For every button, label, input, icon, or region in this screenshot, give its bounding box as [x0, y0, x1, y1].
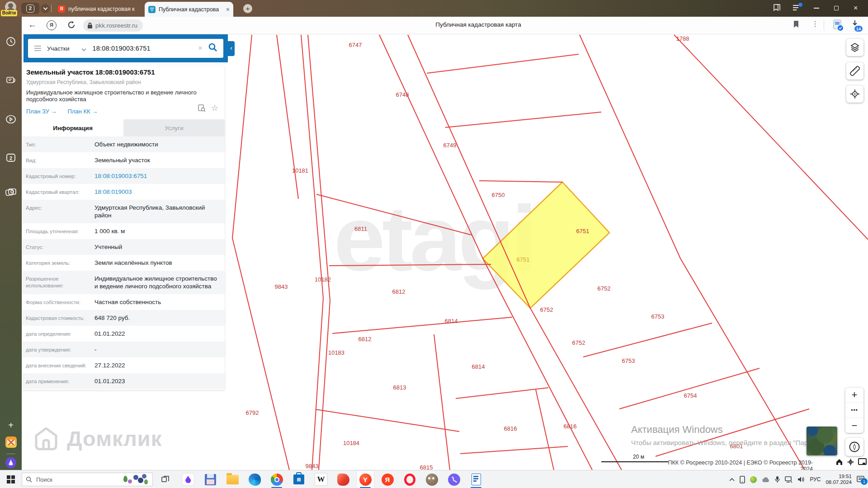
login-badge[interactable]: Войти [1, 10, 17, 16]
geolocation-button[interactable] [845, 438, 863, 456]
plan-zu-link[interactable]: План ЗУ → [26, 108, 57, 115]
search-icon[interactable] [208, 42, 218, 54]
alice-icon[interactable] [0, 457, 22, 468]
parcel-label[interactable]: 6752 [598, 285, 611, 292]
tab-close-icon[interactable]: × [226, 6, 230, 13]
parcel-label[interactable]: 6752 [540, 306, 553, 313]
fullscreen-icon[interactable] [858, 458, 867, 468]
app-yandex-browser[interactable]: Y [356, 470, 374, 488]
taskbar-clock[interactable]: 19:51 08.07.2024 [826, 474, 852, 485]
app-wikipedia[interactable]: W [312, 470, 330, 488]
parcel-label[interactable]: 9843 [306, 463, 319, 469]
app-floppy[interactable] [201, 470, 219, 488]
downloads-icon[interactable]: 14 [851, 19, 859, 29]
measure-button[interactable] [846, 62, 863, 80]
parcel-label[interactable]: 6814 [445, 318, 458, 324]
parcel-label[interactable]: 6816 [564, 423, 577, 430]
favorite-star-icon[interactable]: ☆ [211, 104, 218, 114]
maximize-button[interactable] [834, 4, 839, 10]
notes-icon[interactable] [0, 75, 22, 85]
notification-center-icon[interactable]: 1 [857, 476, 864, 483]
app-office[interactable] [334, 470, 352, 488]
yandex-mail-icon[interactable] [0, 436, 22, 448]
tab-information[interactable]: Информация [22, 119, 123, 136]
new-tab-button[interactable]: + [243, 4, 252, 13]
phone-link-icon[interactable] [740, 476, 745, 483]
bookmarks-panel-icon[interactable] [773, 4, 780, 14]
antivirus-icon[interactable] [750, 476, 757, 483]
tab-group-chevron[interactable] [41, 4, 50, 13]
network-icon[interactable] [785, 476, 793, 483]
video-icon[interactable] [0, 114, 22, 124]
more-options-icon[interactable]: ⋮ [811, 19, 819, 28]
home-icon[interactable] [835, 458, 843, 468]
page-translate-icon[interactable] [833, 19, 844, 33]
tab-group-pill[interactable]: 2 [21, 3, 39, 14]
parcel-label[interactable]: 10181 [292, 167, 308, 174]
app-file-explorer[interactable] [223, 470, 241, 488]
app-edge[interactable] [245, 470, 264, 488]
app-gimp[interactable] [423, 470, 441, 488]
parcel-label[interactable]: 6747 [349, 42, 362, 48]
refresh-button[interactable] [67, 20, 76, 31]
category-chevron-icon[interactable] [82, 44, 85, 52]
start-button[interactable] [3, 470, 19, 488]
minimize-button[interactable] [814, 3, 819, 9]
tabs-icon[interactable]: 2 [0, 153, 22, 163]
parcel-label[interactable]: 6753 [622, 357, 635, 364]
browser-menu-icon[interactable] [793, 4, 801, 13]
parcel-label[interactable]: 6812 [359, 336, 372, 343]
parcel-label[interactable]: 6751 [517, 256, 530, 263]
parcel-label[interactable]: 6753 [651, 313, 665, 320]
parcel-label[interactable]: 6792 [246, 409, 259, 416]
yandex-home-button[interactable]: Я [47, 20, 57, 30]
parcel-label[interactable]: 10183 [328, 349, 344, 356]
tab-services[interactable]: Услуги [123, 119, 225, 136]
task-view-button[interactable] [158, 470, 173, 488]
address-bar[interactable]: pkk.rosreestr.ru [83, 19, 143, 32]
overview-minimap[interactable] [807, 427, 837, 455]
app-chrome[interactable] [268, 470, 286, 488]
plan-kk-link[interactable]: План КК → [68, 108, 98, 115]
search-category[interactable]: Участки [47, 45, 70, 52]
parcel-label[interactable]: 6816 [504, 425, 517, 432]
taskbar-search[interactable]: Поиск [22, 473, 153, 486]
parcel-label[interactable]: 6812 [392, 288, 406, 295]
parcel-label[interactable]: 9843 [275, 283, 288, 290]
doc-search-icon[interactable] [198, 104, 206, 114]
parcel-label[interactable]: 6754 [684, 392, 697, 399]
window-close-button[interactable]: × [854, 4, 858, 12]
app-libreoffice[interactable] [467, 470, 485, 488]
clear-search-icon[interactable]: × [198, 44, 203, 53]
zoom-out-button[interactable]: − [845, 418, 863, 433]
parcel-label[interactable]: 6751 [576, 228, 590, 235]
tab-inactive[interactable]: Я публичная кадастровая к [54, 3, 143, 15]
app-yandex-search[interactable]: Я [378, 470, 396, 488]
app-yandex-start[interactable] [179, 470, 197, 488]
tab-active[interactable]: ▽ Публичная кадастрова × [145, 2, 233, 17]
history-icon[interactable] [0, 37, 22, 47]
menu-icon[interactable] [34, 44, 41, 52]
parcel-label[interactable]: 6814 [472, 363, 485, 370]
cadastral-number-link[interactable]: 18:08:019003:6751 [94, 172, 221, 180]
parcel-label[interactable]: 6750 [492, 192, 505, 198]
layers-button[interactable] [846, 39, 863, 56]
identify-button[interactable] [846, 85, 863, 103]
microphone-icon[interactable] [775, 476, 780, 483]
zoom-in-button[interactable]: + [845, 388, 863, 403]
parcel-label[interactable]: 6811 [354, 225, 367, 232]
parcel-label[interactable]: 10184 [343, 440, 359, 446]
app-opera[interactable] [401, 470, 419, 488]
volume-icon[interactable] [797, 476, 805, 483]
extent-icon[interactable] [847, 458, 854, 468]
parcel-label[interactable]: 1788 [676, 35, 689, 42]
cadastral-number-link[interactable]: 18:08:019003 [94, 188, 221, 196]
panel-collapse-button[interactable]: ‹ [228, 41, 235, 56]
app-viber[interactable] [445, 470, 463, 488]
parcel-label[interactable]: 6813 [393, 384, 406, 391]
hidden-icons-chevron[interactable] [729, 478, 735, 481]
app-ms-store[interactable]: ⊞ [290, 470, 308, 488]
zoom-more-button[interactable]: ••• [845, 403, 863, 418]
search-input[interactable]: 18:08:019003:6751 [93, 45, 151, 52]
back-button[interactable]: ← [28, 20, 37, 30]
